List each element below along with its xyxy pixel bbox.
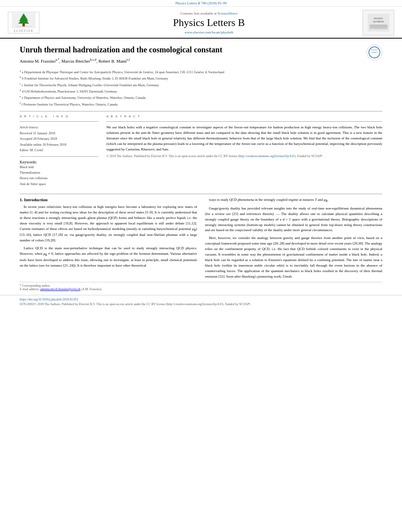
- copyright-text: © 2018 The Authors. Published by Elsevie…: [106, 154, 323, 158]
- svg-text:updates: updates: [372, 51, 377, 53]
- intro-right-text: ways to study QCD phenomena in the stron…: [205, 197, 382, 280]
- journal-logo-icon: PHYSICS LETTERS B: [368, 14, 389, 32]
- intro-right-para-3: Here, however, we consider the analogy b…: [205, 235, 382, 280]
- affiliation-d: d d GSI Helmholtzzentrum, Planckstrasse …: [20, 88, 382, 94]
- elsevier-logo-box: ELSEVIER: [8, 12, 39, 33]
- page: Physics Letters B 780 (2018) 93–99 ELSEV…: [0, 0, 402, 532]
- divider-main: [20, 194, 382, 194]
- footer-license: 0370-2693/© 2018 The Authors. Published …: [20, 302, 382, 306]
- cc-link[interactable]: http://creativecommons.org/licenses/by/4…: [239, 154, 294, 158]
- intro-para-2: Lattice QCD is the main non-perturbative…: [20, 246, 197, 268]
- affiliation-a: a a Département de Physique Théorique an…: [20, 69, 382, 75]
- divider-article-info: [20, 121, 99, 122]
- elsevier-text: ELSEVIER: [14, 29, 34, 33]
- svg-text:LETTERS B: LETTERS B: [373, 20, 384, 23]
- elsevier-tree-icon: [12, 13, 35, 28]
- sciencedirect-link[interactable]: ScienceDirect: [218, 11, 237, 15]
- divider-abstract: [106, 121, 382, 122]
- article-info-abstract-section: A R T I C L E I N F O Article history: R…: [20, 115, 382, 187]
- intro-left-col: 1. Introduction In recent years relativi…: [20, 197, 197, 282]
- abstract-text: We use black holes with a negative cosmo…: [106, 125, 382, 159]
- email-link[interactable]: antonia.micol.frassino@cern.ch: [40, 287, 80, 291]
- divider-keywords: [20, 156, 99, 157]
- keyword-2: Thermalization: [20, 170, 99, 175]
- journal-logo-right: PHYSICS LETTERS B: [363, 10, 394, 35]
- email-note: (A.M. Frassino).: [81, 287, 102, 291]
- affiliation-f: f f Perimeter Institute for Theoretical …: [20, 101, 382, 107]
- intro-left-text: In recent years relativistic heavy-ion c…: [20, 204, 197, 268]
- author-bleicher: Marcus Bleicher: [61, 59, 90, 63]
- check-updates-badge[interactable]: Check for updates: [367, 44, 382, 60]
- article-info-col: A R T I C L E I N F O Article history: R…: [20, 115, 99, 187]
- header-center: Contents lists available at ScienceDirec…: [55, 11, 363, 34]
- article-body: Unruh thermal hadronization and the cosm…: [0, 39, 402, 191]
- svg-text:PHYSICS: PHYSICS: [374, 17, 383, 20]
- article-history: Article history: Received 31 January 201…: [20, 125, 99, 153]
- sciencedirect-prefix: Contents lists available at: [181, 11, 217, 15]
- introduction-section: 1. Introduction In recent years relativi…: [0, 197, 402, 282]
- keyword-4: Anti de Sitter space: [20, 181, 99, 187]
- affiliation-c: c c Institut für Theoretische Physik, Jo…: [20, 82, 382, 88]
- elsevier-logo: ELSEVIER: [8, 12, 55, 33]
- email-label: E-mail address:: [20, 287, 39, 291]
- received-date: Received 31 January 2018: [20, 130, 99, 136]
- keyword-3: Heavy-ion collisions: [20, 175, 99, 181]
- journal-title: Physics Letters B: [63, 17, 355, 29]
- journal-header: ELSEVIER Contents lists available at Sci…: [0, 7, 402, 39]
- footer-doi[interactable]: https://doi.org/10.1016/j.physletb.2018.…: [20, 298, 382, 301]
- journal-url[interactable]: www.elsevier.com/locate/physletb: [63, 30, 355, 34]
- article-history-label: Article history:: [20, 125, 99, 130]
- volume-line: Physics Letters B 780 (2018) 93–99: [0, 0, 402, 7]
- svg-text:Check for: Check for: [371, 49, 378, 51]
- article-title: Unruh thermal hadronization and the cosm…: [20, 44, 363, 55]
- intro-right-para-2: Gauge/gravity duality has provided relev…: [205, 206, 382, 234]
- section-1-title: 1. Introduction: [20, 197, 197, 202]
- keywords-label: Keywords:: [20, 160, 99, 164]
- author-mann: Robert B. Mann: [99, 59, 127, 63]
- keywords-list: Black hole Thermalization Heavy-ion coll…: [20, 164, 99, 187]
- article-info-header: A R T I C L E I N F O: [20, 115, 99, 118]
- corresponding-note: * Corresponding author. E-mail address: …: [20, 282, 382, 291]
- affiliations: a a Département de Physique Théorique an…: [20, 69, 382, 108]
- available-date: Available online 26 February 2018: [20, 142, 99, 147]
- sciencedirect-line: Contents lists available at ScienceDirec…: [63, 11, 355, 15]
- affiliation-e: e e Department of Physics and Astronomy,…: [20, 95, 382, 100]
- corresponding-star: * Corresponding author.: [20, 284, 50, 287]
- abstract-body: We use black holes with a negative cosmo…: [106, 125, 382, 151]
- editor: Editor: M. Cvetič: [20, 147, 99, 153]
- copyright-line: © 2018 The Authors. Published by Elsevie…: [106, 154, 382, 159]
- intro-right-para-1: ways to study QCD phenomena in the stron…: [205, 197, 382, 203]
- volume-text: Physics Letters B 780 (2018) 93–99: [175, 1, 227, 5]
- abstract-header: A B S T R A C T: [106, 115, 382, 118]
- authors-line: Antonia M. Frassinoa,*, Marcus Bleicherb…: [20, 58, 363, 63]
- divider-1: [20, 111, 382, 111]
- intro-right-col: ways to study QCD phenomena in the stron…: [205, 197, 382, 282]
- keyword-1: Black hole: [20, 164, 99, 170]
- intro-para-1: In recent years relativistic heavy-ion c…: [20, 204, 197, 243]
- author-frassino: Antonia M. Frassino: [20, 59, 56, 63]
- footer: https://doi.org/10.1016/j.physletb.2018.…: [0, 295, 402, 308]
- affiliation-b: b b Frankfurt Institute for Advanced Stu…: [20, 75, 382, 81]
- abstract-col: A B S T R A C T We use black holes with …: [106, 115, 382, 187]
- accepted-date: Accepted 20 February 2018: [20, 136, 99, 141]
